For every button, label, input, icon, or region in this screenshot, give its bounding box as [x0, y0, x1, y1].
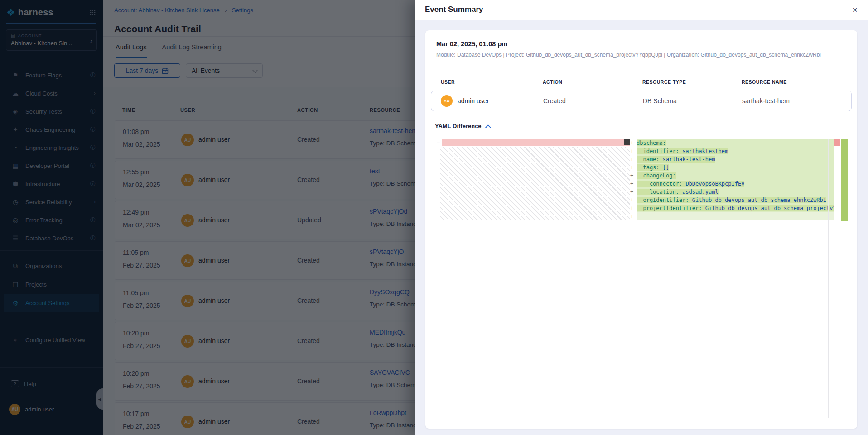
yaml-key: name: — [637, 156, 660, 163]
drawer-header: Event Summary × — [415, 0, 868, 20]
yaml-value: asdsad.yaml — [679, 189, 719, 195]
column-resource-name: RESOURCE NAME — [742, 79, 787, 85]
added-gutter-sign: + — [630, 155, 637, 163]
yaml-key: tags: — [637, 164, 660, 171]
event-timestamp: Mar 02, 2025, 01:08 pm — [436, 40, 507, 48]
column-resource-type: RESOURCE TYPE — [642, 79, 686, 85]
diff-line: + identifier: sarthaktesthem — [630, 147, 834, 155]
chevron-up-icon — [485, 124, 491, 130]
yaml-value: sarthak-test-hem — [660, 156, 715, 163]
diff-line: + orgIdentifier: Github_db_devops_aut_db… — [630, 196, 834, 204]
close-icon[interactable]: × — [849, 4, 861, 16]
screen: ❖ harness ▤ ACCOUNT Abhinav - Kitchen Si… — [0, 0, 868, 435]
diff-line: + connector: DbDevopsoBKpcpIfEV — [630, 180, 834, 188]
resource-name-value: sarthak-test-hem — [742, 97, 790, 105]
action-value: Created — [543, 97, 566, 105]
yaml-key: dbschema: — [637, 140, 666, 146]
yaml-key: changeLog: — [637, 172, 676, 179]
added-gutter-sign: + — [630, 212, 637, 220]
yaml-value: DbDevopsoBKpcpIfEV — [682, 181, 744, 187]
column-action: ACTION — [543, 79, 562, 85]
removed-gutter-sign: − — [437, 139, 440, 147]
diff-line: + location: asdsad.yaml — [630, 188, 834, 196]
yaml-difference-toggle[interactable]: YAML Difference — [435, 123, 490, 129]
editor-edge-line — [828, 139, 829, 418]
yaml-key: orgIdentifier: — [637, 197, 689, 203]
yaml-diff-editor: − + dbschema: + identifier — [436, 139, 849, 418]
yaml-key: identifier: — [637, 148, 679, 154]
added-gutter-sign: + — [630, 139, 637, 147]
diff-line: + name: sarthak-test-hem — [630, 155, 834, 163]
yaml-value: Github_db_devops_aut_db_schema_ehnkcZwRb… — [689, 197, 826, 203]
user-avatar: AU — [441, 95, 453, 107]
column-user: USER — [441, 79, 455, 85]
added-gutter-sign: + — [630, 163, 637, 172]
yaml-key: location: — [637, 189, 679, 195]
added-lines: + dbschema: + identifier: sarthaktesthem… — [630, 139, 834, 220]
event-summary-drawer: Event Summary × Mar 02, 2025, 01:08 pm M… — [415, 0, 868, 435]
user-name: admin user — [458, 97, 489, 105]
added-gutter-sign: + — [630, 147, 637, 155]
empty-original-hatch — [440, 147, 630, 220]
minimap-added-marker[interactable] — [841, 139, 848, 221]
yaml-key: connector: — [637, 181, 682, 187]
event-meta: Module: Database DevOps | Project: Githu… — [436, 52, 850, 58]
diff-line: + tags: [] — [630, 163, 834, 172]
removed-line-bar — [442, 139, 630, 146]
yaml-value: Github_db_devops_aut_db_schema_projectvY… — [702, 205, 834, 211]
added-gutter-sign: + — [630, 172, 637, 180]
diff-line: + changeLog: — [630, 172, 834, 180]
yaml-value: sarthaktesthem — [679, 148, 728, 154]
event-table-row: AU admin user Created DB Schema sarthak-… — [431, 91, 852, 111]
diff-line: + projectIdentifier: Github_db_devops_au… — [630, 204, 834, 212]
added-gutter-sign: + — [630, 204, 637, 212]
yaml-value: [] — [660, 164, 670, 171]
drawer-title: Event Summary — [425, 5, 483, 14]
added-gutter-sign: + — [630, 188, 637, 196]
minimap-removed-marker[interactable] — [834, 139, 840, 146]
added-gutter-sign: + — [630, 180, 637, 188]
added-gutter-sign: + — [630, 196, 637, 204]
yaml-key: projectIdentifier: — [637, 205, 702, 211]
event-summary-card: Mar 02, 2025, 01:08 pm Module: Database … — [425, 30, 857, 429]
diff-sash-handle[interactable] — [624, 139, 630, 145]
diff-line: + — [630, 212, 834, 220]
resource-type-value: DB Schema — [643, 97, 677, 105]
diff-line: + dbschema: — [630, 139, 834, 147]
